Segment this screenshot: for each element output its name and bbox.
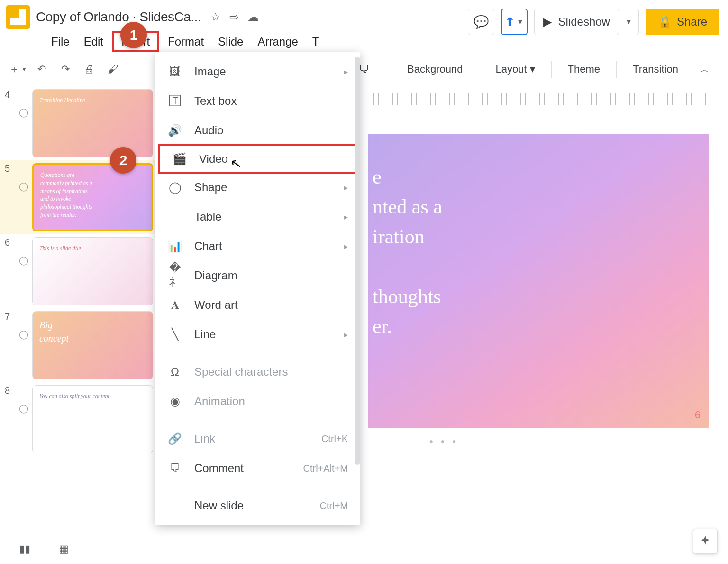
audio-icon: 🔊 bbox=[168, 124, 182, 137]
share-button[interactable]: 🔒 Share bbox=[646, 9, 719, 35]
link-icon: 🔗 bbox=[168, 432, 182, 445]
share-label: Share bbox=[677, 15, 707, 28]
transition-button[interactable]: Transition bbox=[633, 63, 678, 75]
explore-button[interactable] bbox=[693, 529, 718, 554]
dd-image[interactable]: 🖼Image▸ bbox=[155, 57, 360, 86]
thumb-7-text: Big concept bbox=[39, 318, 69, 345]
thumb-8[interactable]: You can also split your content bbox=[32, 385, 153, 453]
menu-edit[interactable]: Edit bbox=[84, 35, 103, 48]
background-button[interactable]: Background bbox=[407, 63, 463, 75]
dd-animation: ◉Animation bbox=[155, 387, 360, 416]
thumb-4-text: Transition Headline bbox=[39, 96, 85, 104]
shape-icon: ◯ bbox=[168, 181, 182, 194]
dd-table[interactable]: Table▸ bbox=[155, 202, 360, 231]
thumb-6[interactable]: This is a slide title bbox=[32, 237, 153, 305]
thumb-5[interactable]: Quotations are commonly printed as a mea… bbox=[32, 163, 153, 231]
thumb-num-7: 7 bbox=[5, 311, 15, 379]
comment-icon: 🗨 bbox=[168, 462, 182, 475]
theme-button[interactable]: Theme bbox=[568, 63, 600, 75]
thumb-5-text: Quotations are commonly printed as a mea… bbox=[40, 171, 92, 219]
slideshow-button[interactable]: ▶ Slideshow bbox=[534, 9, 619, 35]
thumb-4[interactable]: Transition Headline bbox=[32, 89, 153, 157]
menu-format[interactable]: Format bbox=[168, 35, 204, 48]
line-icon: ╲ bbox=[168, 328, 182, 341]
present-button[interactable]: ⬆▼ bbox=[501, 9, 528, 35]
special-icon: Ω bbox=[168, 365, 182, 379]
thumb-7[interactable]: Big concept bbox=[32, 311, 153, 379]
thumb-6-text: This is a slide title bbox=[39, 244, 81, 252]
dd-chart[interactable]: 📊Chart▸ bbox=[155, 231, 360, 261]
dd-wordart[interactable]: 𝐀Word art bbox=[155, 290, 360, 320]
menu-file[interactable]: File bbox=[51, 35, 70, 48]
grid-view-icon[interactable]: ▦ bbox=[59, 543, 69, 555]
filmstrip-view-icon[interactable]: ▮▮ bbox=[19, 543, 30, 555]
play-icon: ▶ bbox=[543, 15, 552, 28]
menu-slide[interactable]: Slide bbox=[218, 35, 243, 48]
menu-truncated[interactable]: T bbox=[312, 35, 319, 48]
thumb-num-8: 8 bbox=[5, 385, 15, 453]
slide-canvas[interactable]: e nted as a iration thoughts er. 6 bbox=[368, 134, 709, 428]
comments-button[interactable]: 💬 bbox=[468, 9, 494, 35]
collapse-toolbar-icon[interactable]: ︿ bbox=[700, 63, 710, 76]
star-icon[interactable]: ☆ bbox=[210, 10, 221, 24]
undo-button[interactable]: ↶ bbox=[31, 59, 52, 80]
paint-format-button[interactable]: 🖌 bbox=[102, 59, 123, 80]
menu-arrange[interactable]: Arrange bbox=[257, 35, 298, 48]
thumb-num-6: 6 bbox=[5, 237, 15, 305]
redo-button[interactable]: ↷ bbox=[55, 59, 76, 80]
wordart-icon: 𝐀 bbox=[168, 298, 182, 312]
cloud-icon[interactable]: ☁ bbox=[247, 10, 259, 24]
dd-audio[interactable]: 🔊Audio bbox=[155, 116, 360, 145]
new-slide-button[interactable]: ＋ ▼ bbox=[8, 59, 28, 80]
move-icon[interactable]: ⇨ bbox=[229, 10, 239, 24]
print-button[interactable]: 🖨 bbox=[79, 59, 100, 80]
chart-icon: 📊 bbox=[168, 240, 182, 253]
thumb-num-5: 5 bbox=[5, 163, 15, 231]
dd-special: ΩSpecial characters bbox=[155, 357, 360, 387]
callout-2: 2 bbox=[110, 147, 136, 174]
image-icon: 🖼 bbox=[168, 65, 182, 78]
callout-1: 1 bbox=[120, 22, 147, 48]
slide-number: 6 bbox=[695, 409, 701, 421]
explore-icon bbox=[699, 535, 712, 548]
slides-logo bbox=[6, 5, 30, 29]
lock-icon: 🔒 bbox=[658, 15, 672, 28]
layout-button[interactable]: Layout ▾ bbox=[495, 63, 535, 75]
slideshow-dropdown[interactable]: ▼ bbox=[619, 9, 639, 35]
dd-textbox[interactable]: 🅃Text box bbox=[155, 86, 360, 116]
thumb-8-text: You can also split your content bbox=[39, 392, 109, 400]
textbox-icon: 🅃 bbox=[168, 94, 182, 108]
dd-video[interactable]: 🎬Video bbox=[158, 144, 357, 174]
insert-dropdown: 🖼Image▸ 🅃Text box 🔊Audio 🎬Video ◯Shape▸ … bbox=[155, 52, 360, 525]
dd-line[interactable]: ╲Line▸ bbox=[155, 320, 360, 349]
dd-shape[interactable]: ◯Shape▸ bbox=[155, 173, 360, 202]
dd-link: 🔗LinkCtrl+K bbox=[155, 424, 360, 453]
diagram-icon: �礻 bbox=[168, 261, 182, 290]
doc-title[interactable]: Copy of Orlando · SlidesCa... bbox=[36, 9, 201, 25]
animation-icon: ◉ bbox=[168, 395, 182, 408]
dd-comment[interactable]: 🗨CommentCtrl+Alt+M bbox=[155, 453, 360, 483]
slide-text: e nted as a iration thoughts er. bbox=[373, 162, 442, 342]
dropdown-scrollbar[interactable] bbox=[355, 57, 360, 465]
thumb-num-4: 4 bbox=[5, 89, 15, 157]
slideshow-label: Slideshow bbox=[558, 15, 610, 28]
dd-diagram[interactable]: �礻Diagram bbox=[155, 261, 360, 290]
dd-newslide[interactable]: New slideCtrl+M bbox=[155, 491, 360, 520]
video-icon: 🎬 bbox=[173, 152, 187, 166]
